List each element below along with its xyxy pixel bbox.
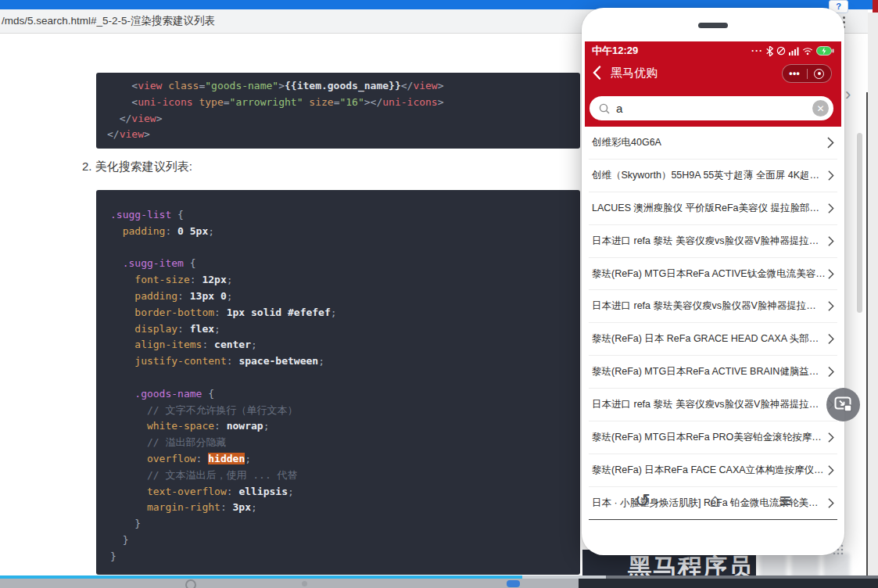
android-nav-bar: ↺ ⌂ ≡ <box>585 486 841 515</box>
capsule-close-button[interactable] <box>808 69 832 79</box>
chevron-right-icon <box>828 432 834 443</box>
clear-search-button[interactable]: ✕ <box>812 100 829 117</box>
suggestion-text: 日本进口 refa 黎珐 美容仪瘦vs脸仪器V脸神器提拉紧致 refa... <box>592 235 826 248</box>
mute-icon <box>776 46 786 56</box>
speaker-bar <box>698 23 728 28</box>
background-window-edge <box>873 0 878 13</box>
player-button[interactable] <box>185 579 196 588</box>
chevron-right-icon <box>828 235 834 247</box>
chevron-right-icon <box>828 464 834 476</box>
suggestion-row[interactable]: 创维彩电40G6A <box>589 127 837 160</box>
android-menu-button[interactable]: ≡ <box>779 489 791 513</box>
suggestion-row[interactable]: 日本进口 refa 黎珐 美容仪瘦vs脸仪器V脸神器提拉紧致 refa... <box>589 225 837 258</box>
status-bar: 中午12:29 ··· <box>585 41 841 60</box>
player-control-bar[interactable] <box>0 579 579 588</box>
suggestion-row[interactable]: 日本进口 refa 黎珐美容仪瘦vs脸仪器V脸神器提拉紧致 refa... <box>589 290 837 323</box>
suggestion-row[interactable]: 黎珐(ReFa) MTG日本ReFa PRO美容铂金滚轮按摩仪 美容... <box>589 421 837 454</box>
chevron-right-icon <box>828 366 834 378</box>
suggestion-row[interactable]: LACUES 澳洲瘦脸仪 平价版ReFa美容仪 提拉脸部按摩仪器... <box>589 192 837 225</box>
more-icon: ••• <box>789 70 800 77</box>
window-edge-strip <box>868 13 878 588</box>
url-text: /mds/5.search.html#_5-2-5-渲染搜索建议列表 <box>2 9 215 33</box>
video-progress-buffered <box>522 575 606 579</box>
chevron-right-icon <box>827 137 834 149</box>
screen-capture-button[interactable] <box>826 388 860 421</box>
chevron-right-icon <box>828 333 834 345</box>
suggestion-text: 黎珐(ReFa) MTG日本ReFa ACTIVE BRAIN健脑益智减压... <box>592 365 826 378</box>
suggestion-row[interactable]: 黎珐(ReFa) 日本 ReFa GRACE HEAD CAXA 头部按摩仪 .… <box>589 323 837 356</box>
player-control-bar-dark[interactable] <box>579 579 878 588</box>
suggestion-text: 黎珐(ReFa) MTG日本ReFa ACTIVE钛金微电流美容仪 美容... <box>592 267 826 281</box>
code-block-scss: .sugg-list { padding: 0 5px; .sugg-item … <box>96 190 580 575</box>
chevron-right-icon <box>828 268 834 280</box>
suggestion-row[interactable]: 日本进口 refa 黎珐 美容仪瘦vs脸仪器V脸神器提拉紧致 refa... <box>589 389 837 421</box>
app-nav-bar: 黑马优购 ••• <box>585 60 841 85</box>
more-icon: ··· <box>751 47 763 55</box>
suggestion-text: 日本进口 refa 黎珐美容仪瘦vs脸仪器V脸神器提拉紧致 refa... <box>592 299 826 313</box>
chevron-right-icon <box>828 300 834 312</box>
phone-simulator: 中午12:29 ··· <box>582 8 844 555</box>
search-input[interactable]: a ✕ <box>590 96 833 120</box>
android-home-button[interactable]: ⌂ <box>709 489 721 511</box>
suggestion-text: 黎珐(ReFa) 日本ReFa FACE CAXA立体构造按摩仪 美容器 ... <box>592 464 826 477</box>
android-back-button[interactable]: ↺ <box>635 489 650 511</box>
suggestion-text: 黎珐(ReFa) MTG日本ReFa PRO美容铂金滚轮按摩仪 美容... <box>592 431 826 444</box>
bluetooth-icon <box>766 46 773 56</box>
miniprogram-capsule: ••• <box>782 64 832 83</box>
suggestion-row[interactable]: 黎珐(ReFa) 日本ReFa FACE CAXA立体构造按摩仪 美容器 ... <box>589 454 837 487</box>
cast-icon <box>834 396 853 414</box>
search-area: a ✕ <box>585 85 841 127</box>
signal-icon <box>789 47 799 56</box>
target-icon <box>814 69 824 79</box>
suggestion-text: 创维彩电40G6A <box>592 136 661 149</box>
window-edge-line <box>866 92 868 588</box>
suggestion-text: 日本进口 refa 黎珐 美容仪瘦vs脸仪器V脸神器提拉紧致 refa... <box>592 398 826 411</box>
suggestion-text: 创维（Skyworth）55H9A 55英寸超薄 全面屏 4K超高清智能... <box>592 169 826 182</box>
code-block-template: <view class="goods-name">{{item.goods_na… <box>96 73 580 149</box>
status-time: 中午12:29 <box>592 44 638 58</box>
chevron-right-icon <box>828 170 834 181</box>
page-scrollbar[interactable] <box>857 133 862 313</box>
screen: <view class="goods-name">{{item.goods_na… <box>0 0 878 588</box>
suggestion-row[interactable]: 黎珐(ReFa) MTG日本ReFa ACTIVE钛金微电流美容仪 美容... <box>589 258 837 291</box>
wifi-icon <box>802 47 813 56</box>
suggestion-list: 创维彩电40G6A 创维（Skyworth）55H9A 55英寸超薄 全面屏 4… <box>585 127 841 520</box>
resize-handle[interactable] <box>832 543 844 556</box>
suggestion-text: 黎珐(ReFa) 日本 ReFa GRACE HEAD CAXA 头部按摩仪 .… <box>592 332 826 346</box>
suggestion-row[interactable]: 黎珐(ReFa) MTG日本ReFa ACTIVE BRAIN健脑益智减压... <box>589 356 837 389</box>
battery-icon <box>816 46 834 56</box>
app-title: 黑马优购 <box>611 66 658 81</box>
player-button[interactable] <box>302 581 307 586</box>
video-progress-played <box>0 575 522 579</box>
player-button-active[interactable] <box>507 580 520 587</box>
capsule-more-button[interactable]: ••• <box>783 70 807 77</box>
close-icon: ✕ <box>816 103 824 114</box>
search-icon <box>599 103 610 114</box>
step-heading: 2. 美化搜索建议列表: <box>82 160 192 174</box>
suggestion-row[interactable]: 创维（Skyworth）55H9A 55英寸超薄 全面屏 4K超高清智能... <box>589 160 837 192</box>
search-query: a <box>616 102 812 115</box>
chevron-right-icon <box>828 203 834 214</box>
suggestion-text: LACUES 澳洲瘦脸仪 平价版ReFa美容仪 提拉脸部按摩仪器... <box>592 202 826 215</box>
back-icon[interactable] <box>593 66 601 80</box>
next-page-arrow[interactable]: › <box>845 84 851 105</box>
